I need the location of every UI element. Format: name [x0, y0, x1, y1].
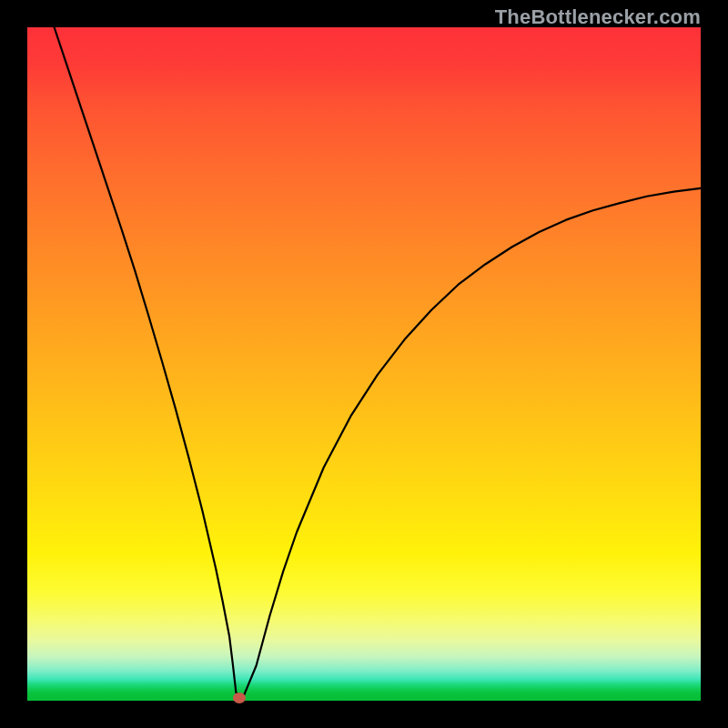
- optimal-point-marker: [233, 693, 246, 703]
- bottleneck-curve: [27, 27, 701, 701]
- chart-frame: TheBottlenecker.com: [0, 0, 728, 728]
- plot-area: [27, 27, 701, 701]
- attribution-label: TheBottlenecker.com: [495, 5, 701, 29]
